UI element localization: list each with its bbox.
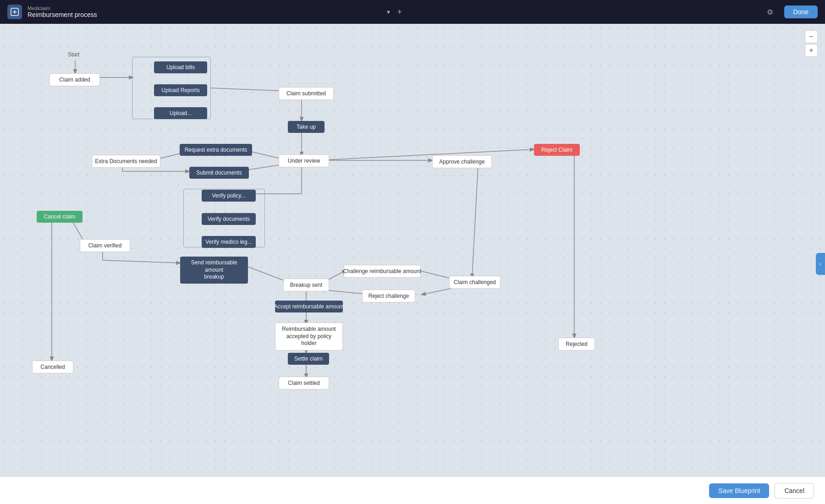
take-up-node[interactable]: Take up <box>288 121 324 133</box>
verify-medico-node[interactable]: Verify medico leg... <box>202 236 256 248</box>
reject-challenge-node[interactable]: Reject challenge <box>362 290 415 302</box>
send-reimbursable-node[interactable]: Send reimbursable amount breakup <box>180 257 248 284</box>
header: Mediclaim Reimbursement process ▾ + ⚙ Do… <box>0 0 825 24</box>
add-process-icon[interactable]: + <box>397 7 402 17</box>
canvas: − + ‹ <box>0 24 825 504</box>
cancelled-node[interactable]: Cancelled <box>32 361 73 373</box>
claim-verified-node[interactable]: Claim verified <box>80 239 130 252</box>
flow-diagram: Start Claim added Upload bills Upload Re… <box>0 24 825 504</box>
verify-policy-node[interactable]: Verify policy... <box>202 190 256 202</box>
zoom-in-button[interactable]: + <box>805 44 818 57</box>
upload-reports-node[interactable]: Upload Reports <box>154 84 207 96</box>
breakup-sent-node[interactable]: Breakup sent <box>283 279 329 291</box>
side-panel-toggle[interactable]: ‹ <box>816 253 825 275</box>
upload-bills-node[interactable]: Upload bills <box>154 61 207 73</box>
cancel-claim-node[interactable]: Cancel claim <box>37 211 82 223</box>
claim-challenged-node[interactable]: Claim challenged <box>449 276 500 289</box>
settle-claim-node[interactable]: Settle claim <box>288 353 329 365</box>
upload-more-node[interactable]: Upload... <box>154 107 207 119</box>
reimbursable-accepted-node[interactable]: Reimbursable amount accepted by policy h… <box>275 323 343 351</box>
footer: Save Blueprint Cancel <box>0 477 825 504</box>
extra-docs-node[interactable]: Extra Documents needed <box>92 155 160 168</box>
app-icon <box>7 5 22 19</box>
zoom-out-button[interactable]: − <box>805 30 818 43</box>
zoom-controls: − + <box>805 30 818 57</box>
challenge-reimbursable-node[interactable]: Challenge reimbursable amount <box>344 265 421 278</box>
under-review-node[interactable]: Under review <box>279 154 329 167</box>
request-extra-node[interactable]: Request extra documents <box>180 144 252 156</box>
rejected-node[interactable]: Rejected <box>558 338 595 351</box>
cancel-button[interactable]: Cancel <box>775 483 814 499</box>
settings-icon[interactable]: ⚙ <box>767 8 773 16</box>
process-name: Reimbursement process <box>28 11 381 18</box>
approve-challenge-node[interactable]: Approve challenge <box>432 155 492 168</box>
claim-submitted-node[interactable]: Claim submitted <box>279 87 334 100</box>
header-titles: Mediclaim Reimbursement process <box>28 5 381 18</box>
accept-reimbursable-node[interactable]: Accept reimbursable amount <box>275 301 343 312</box>
chevron-down-icon[interactable]: ▾ <box>387 8 390 16</box>
submit-docs-node[interactable]: Submit documents <box>189 167 249 179</box>
verify-docs-node[interactable]: Verify documents <box>202 213 256 225</box>
save-blueprint-button[interactable]: Save Blueprint <box>709 483 769 498</box>
claim-added-node[interactable]: Claim added <box>50 73 100 86</box>
reject-claim-node[interactable]: Reject Claim <box>534 144 580 156</box>
app-name: Mediclaim <box>28 5 381 11</box>
claim-settled-node[interactable]: Claim settled <box>279 377 329 389</box>
start-label: Start <box>68 51 79 58</box>
done-button[interactable]: Done <box>784 5 818 18</box>
